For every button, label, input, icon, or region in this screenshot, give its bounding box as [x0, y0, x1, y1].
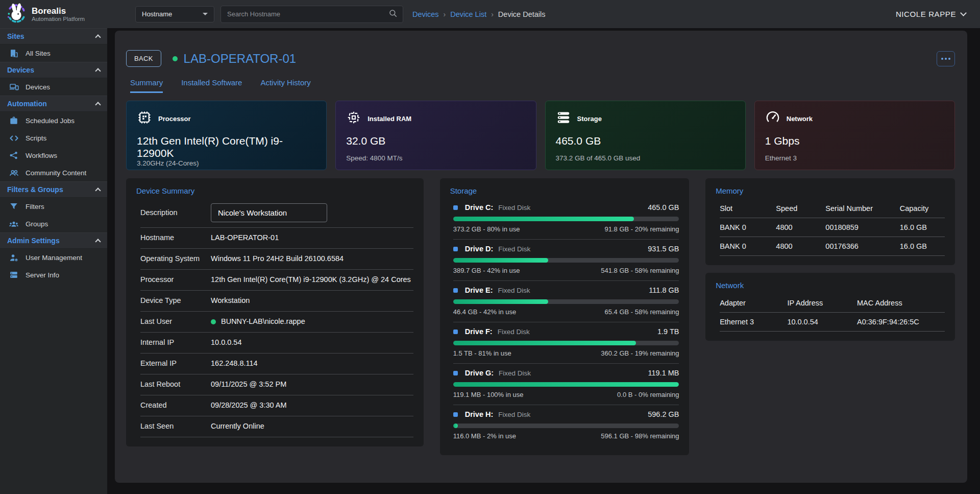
usage-bar [453, 341, 679, 345]
row-label: Processor [140, 275, 201, 285]
drive-row-c: Drive C: Fixed Disk 465.0 GB 373.2 GB - … [453, 198, 679, 240]
sidebar-item-user-management[interactable]: User Management [0, 249, 107, 266]
panel-title: Memory [716, 186, 945, 195]
main-content: BACK LAB-OPERATOR-01 Summary Installed S… [107, 28, 980, 494]
cell: 4800 [776, 223, 825, 231]
people-icon [9, 168, 19, 178]
sidebar-item-groups[interactable]: Groups [0, 215, 107, 232]
sidebar-section-filters-groups[interactable]: Filters & Groups [0, 181, 107, 198]
sidebar-item-filters[interactable]: Filters [0, 198, 107, 215]
panel-title: Storage [450, 186, 679, 195]
more-actions-button[interactable] [937, 51, 955, 66]
breadcrumb-separator: › [491, 10, 494, 18]
drive-bullet-icon [453, 247, 458, 251]
col-header: IP Address [787, 299, 857, 307]
drive-name: Drive C: [465, 203, 494, 211]
panel-title: Network [716, 281, 945, 290]
storage-panel: Storage Drive C: Fixed Disk 465.0 GB 373… [440, 178, 690, 455]
funnel-icon [9, 201, 19, 211]
sidebar-item-server-info[interactable]: Server Info [0, 266, 107, 284]
row-value: 12th Gen Intel(R) Core(TM) i9-12900K (3.… [211, 274, 411, 285]
breadcrumb-devices[interactable]: Devices [412, 10, 439, 18]
row-value: 09/28/2025 @ 3:30 AM [211, 400, 287, 411]
search-field-dropdown[interactable]: Hostname [135, 6, 214, 22]
drive-free-text: 541.8 GB - 58% remaining [601, 267, 679, 274]
drive-free-text: 0.0 B - 0% remaining [617, 391, 679, 398]
chevron-up-icon [95, 34, 101, 40]
tab-summary[interactable]: Summary [130, 78, 163, 93]
stat-cards: Processor 12th Gen Intel(R) Core(TM) i9-… [126, 101, 955, 170]
stat-card-sub: Ethernet 3 [765, 154, 944, 162]
drive-used-text: 116.0 MB - 2% in use [453, 432, 516, 440]
tab-installed-software[interactable]: Installed Software [181, 78, 242, 93]
sidebar-item-workflows[interactable]: Workflows [0, 147, 107, 164]
cpu-icon [137, 110, 152, 127]
row-label: Hostname [140, 233, 201, 243]
row-value: Currently Online [211, 421, 264, 432]
stat-card-value: 1 Gbps [765, 135, 944, 147]
section-label: Filters & Groups [7, 185, 63, 194]
brand: Borealis Automation Platform [0, 2, 107, 27]
sidebar-item-scheduled-jobs[interactable]: Scheduled Jobs [0, 112, 107, 129]
row-value: 162.248.8.114 [211, 358, 258, 369]
stat-card-sub: 373.2 GB of 465.0 GB used [556, 154, 735, 162]
sidebar-item-scripts[interactable]: Scripts [0, 129, 107, 147]
sidebar-item-label: User Management [26, 254, 82, 262]
code-icon [9, 133, 19, 143]
search-input[interactable] [227, 10, 388, 18]
sidebar-item-community-content[interactable]: Community Content [0, 164, 107, 181]
breadcrumb: Devices › Device List › Device Details [412, 10, 546, 18]
chevron-down-icon [960, 10, 967, 16]
stat-card-label: Processor [158, 115, 191, 123]
device-details-card: BACK LAB-OPERATOR-01 Summary Installed S… [115, 31, 967, 483]
usage-bar [453, 299, 679, 304]
device-summary-panel: Device Summary Description Hostname LAB-… [126, 178, 424, 446]
briefcase-icon [9, 115, 19, 126]
sidebar-section-admin-settings[interactable]: Admin Settings [0, 232, 107, 249]
summary-row-operating-system: Operating System Windows 11 Pro 24H2 Bui… [140, 249, 413, 270]
online-status-icon [211, 319, 216, 324]
breadcrumb-device-list[interactable]: Device List [450, 10, 486, 18]
tab-activity-history[interactable]: Activity History [260, 78, 310, 93]
device-name-title: LAB-OPERATOR-01 [184, 52, 297, 66]
user-gear-icon [9, 252, 19, 263]
device-tabs: Summary Installed Software Activity Hist… [130, 78, 955, 93]
row-value: 09/11/2025 @ 3:52 PM [211, 379, 286, 390]
usage-bar [453, 258, 679, 263]
building-icon [9, 48, 19, 58]
sidebar-section-sites[interactable]: Sites [0, 28, 107, 44]
panel-title: Device Summary [136, 186, 413, 195]
drive-bullet-icon [453, 330, 458, 334]
drive-used-text: 373.2 GB - 80% in use [453, 225, 520, 233]
sidebar-section-devices[interactable]: Devices [0, 62, 107, 78]
stat-card-sub: Speed: 4800 MT/s [346, 154, 525, 162]
sidebar-item-label: Community Content [26, 169, 86, 177]
col-header: Adapter [720, 299, 787, 307]
sidebar-item-devices[interactable]: Devices [0, 78, 107, 96]
drive-name: Drive H: [465, 410, 494, 418]
drive-name: Drive E: [465, 286, 493, 294]
sidebar-item-label: Workflows [26, 152, 57, 159]
row-label: Operating System [140, 254, 201, 264]
magnifier-icon [388, 9, 398, 20]
storage-icon [556, 110, 571, 127]
user-menu[interactable]: NICOLE RAPPE [896, 10, 966, 18]
cell: 4800 [776, 242, 825, 250]
sidebar-item-all-sites[interactable]: All Sites [0, 44, 107, 62]
sidebar-section-automation[interactable]: Automation [0, 96, 107, 112]
row-label: Description [140, 208, 201, 218]
search-box[interactable] [220, 6, 403, 23]
server-icon [9, 270, 19, 280]
cell: A0:36:9F:94:26:5C [857, 318, 945, 326]
brand-name: Borealis [32, 6, 85, 16]
summary-row-description: Description [140, 198, 413, 228]
gauge-icon [765, 110, 780, 127]
description-input[interactable] [211, 203, 327, 222]
sidebar-item-label: Server Info [26, 271, 59, 279]
section-label: Automation [7, 100, 47, 108]
summary-row-processor: Processor 12th Gen Intel(R) Core(TM) i9-… [140, 270, 413, 291]
drive-size: 931.5 GB [648, 245, 679, 253]
network-card: Network 1 Gbps Ethernet 3 [754, 101, 955, 170]
summary-row-last-reboot: Last Reboot 09/11/2025 @ 3:52 PM [140, 374, 413, 395]
back-button[interactable]: BACK [126, 50, 161, 67]
